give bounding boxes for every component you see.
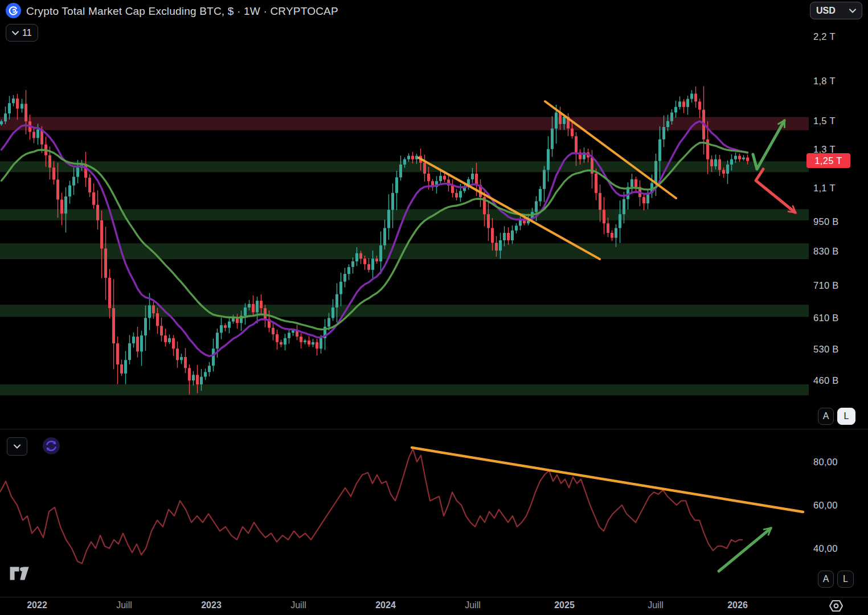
price-tick-label: 710 B [813,280,839,291]
symbol-title[interactable]: Crypto Total Market Cap Excluding BTC, $… [26,3,338,19]
refresh-icon[interactable] [42,436,61,456]
pane-divider[interactable] [0,429,868,429]
candles-layer[interactable] [0,86,749,395]
price-tick-label: 1,5 T [813,116,836,126]
price-tick-label: 950 B [813,216,839,227]
rsi-log-scale-button[interactable]: L [837,571,854,588]
currency-selector[interactable]: USD [810,2,862,19]
price-tick-label: 1,8 T [813,76,836,87]
chevron-down-icon [849,9,856,13]
rsi-trendline[interactable] [412,448,803,512]
indicator-count-button[interactable]: 11 [6,24,38,42]
rsi-auto-scale-button[interactable]: A [818,571,834,588]
rsi-tick-label: 60,00 [813,500,838,511]
object-tree-icon[interactable] [827,598,845,614]
time-tick-label: 2023 [201,600,222,610]
time-tick-label: 2025 [554,600,575,610]
time-tick-label: 2024 [375,600,396,610]
time-tick-label: 2022 [27,600,47,610]
time-tick-label: Juill [290,600,306,610]
auto-scale-button[interactable]: A [818,408,834,425]
rsi-tick-label: 80,00 [813,457,838,468]
price-tick-label: 830 B [813,246,839,257]
time-tick-label: 2026 [727,600,748,610]
currency-value: USD [816,6,836,16]
tradingview-logo[interactable] [9,564,33,583]
price-tick-label: 460 B [813,375,839,386]
rsi-collapse-button[interactable] [7,437,27,456]
rsi-line[interactable] [0,449,743,563]
rsi-tick-label: 40,00 [813,543,838,554]
cryptocap-logo-icon [6,3,21,18]
rsi-bullish-arrow[interactable] [719,528,771,571]
last-price-label: 1,25 T [806,153,850,168]
chevron-down-icon [12,31,19,35]
price-tick-label: 1,1 T [813,183,836,194]
support-zone[interactable] [0,305,809,317]
time-axis-divider [0,597,868,597]
time-tick-label: Juill [116,600,132,610]
time-tick-label: Juill [465,600,481,610]
time-tick-label: Juill [648,600,664,610]
bearish-scenario-arrow[interactable] [756,169,795,212]
indicator-count-label: 11 [22,28,32,38]
chart-window: Crypto Total Market Cap Excluding BTC, $… [0,0,868,615]
chevron-down-icon [14,444,21,449]
price-tick-label: 610 B [813,313,839,323]
price-tick-label: 2,2 T [813,31,836,42]
resistance-zone[interactable] [0,117,809,130]
chart-canvas[interactable] [0,0,868,615]
support-zone[interactable] [0,384,809,395]
price-tick-label: 530 B [813,344,839,355]
log-scale-button[interactable]: L [837,408,855,425]
